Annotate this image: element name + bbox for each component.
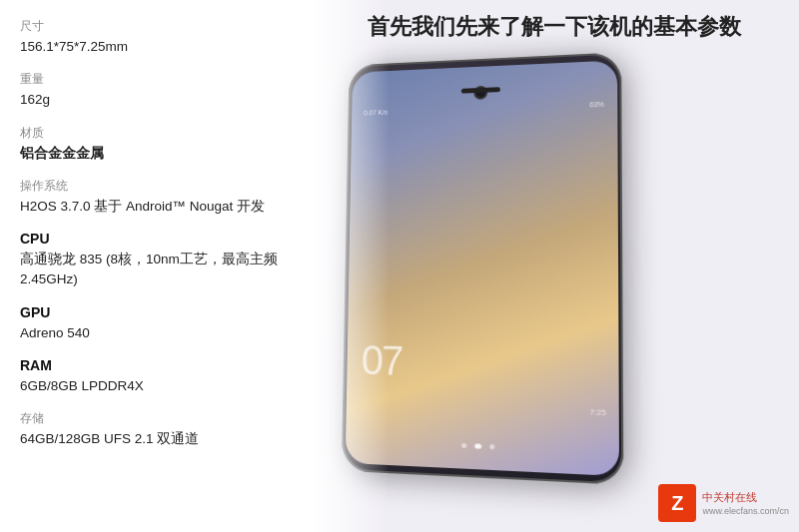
spec-size: 尺寸 156.1*75*7.25mm xyxy=(20,18,290,57)
status-bar: 0.07 K/s 63% xyxy=(359,96,609,121)
spec-ram: RAM 6GB/8GB LPDDR4X xyxy=(20,357,290,396)
phone-panel: 首先我们先来了解一下该机的基本参数 0.07 K/s 63% 07 7:25 xyxy=(310,0,799,532)
spec-os: 操作系统 H2OS 3.7.0 基于 Android™ Nougat 开发 xyxy=(20,178,290,217)
ram-value: 6GB/8GB LPDDR4X xyxy=(20,376,290,396)
os-value: H2OS 3.7.0 基于 Android™ Nougat 开发 xyxy=(20,197,290,217)
storage-value: 64GB/128GB UFS 2.1 双通道 xyxy=(20,429,290,449)
spec-weight: 重量 162g xyxy=(20,71,290,110)
size-label: 尺寸 xyxy=(20,18,290,35)
spec-material: 材质 铝合金金金属 xyxy=(20,125,290,164)
ram-label: RAM xyxy=(20,357,290,373)
nav-dots xyxy=(461,443,494,450)
gpu-label: GPU xyxy=(20,304,290,320)
size-value: 156.1*75*7.25mm xyxy=(20,37,290,57)
storage-label: 存储 xyxy=(20,410,290,427)
nav-dot-1 xyxy=(461,443,466,448)
gpu-value: Adreno 540 xyxy=(20,323,290,343)
material-label: 材质 xyxy=(20,125,290,142)
spec-gpu: GPU Adreno 540 xyxy=(20,304,290,343)
weight-value: 162g xyxy=(20,90,290,110)
time-display: 7:25 xyxy=(589,407,606,417)
cpu-label: CPU xyxy=(20,231,290,247)
specs-panel: 尺寸 156.1*75*7.25mm 重量 162g 材质 铝合金金金属 操作系… xyxy=(0,0,310,532)
material-value: 铝合金金金属 xyxy=(20,144,290,164)
nav-dot-3 xyxy=(489,444,494,449)
fade-left xyxy=(310,0,390,532)
speaker xyxy=(461,87,500,93)
watermark-text-group: 中关村在线 www.elecfans.com/cn xyxy=(702,490,789,515)
watermark-logo: Z xyxy=(658,484,696,522)
nav-dot-2 xyxy=(474,443,481,448)
battery-indicator: 63% xyxy=(589,100,603,108)
watermark-url: www.elecfans.com/cn xyxy=(702,506,789,516)
page-container: 尺寸 156.1*75*7.25mm 重量 162g 材质 铝合金金金属 操作系… xyxy=(0,0,799,532)
os-label: 操作系统 xyxy=(20,178,290,195)
watermark-site: 中关村在线 xyxy=(702,490,789,505)
weight-label: 重量 xyxy=(20,71,290,88)
watermark: Z 中关村在线 www.elecfans.com/cn xyxy=(658,484,789,522)
spec-cpu: CPU 高通骁龙 835 (8核，10nm工艺，最高主频 2.45GHz) xyxy=(20,231,290,290)
spec-storage: 存储 64GB/128GB UFS 2.1 双通道 xyxy=(20,410,290,449)
cpu-value: 高通骁龙 835 (8核，10nm工艺，最高主频 2.45GHz) xyxy=(20,250,290,290)
phone-battery-area: 7:25 xyxy=(589,407,606,417)
